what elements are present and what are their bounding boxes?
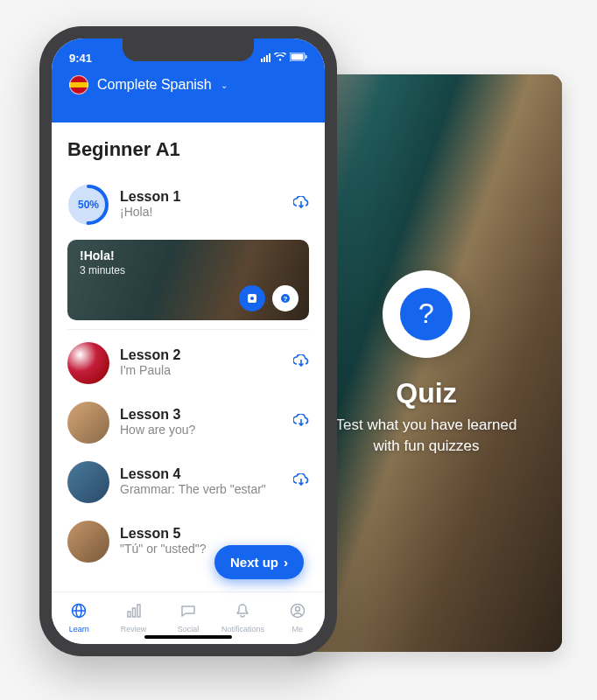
lesson-subtitle: I'm Paula — [120, 363, 283, 379]
lesson-avatar — [67, 461, 109, 503]
chat-icon — [180, 603, 196, 623]
flashcard-icon[interactable] — [239, 285, 265, 312]
svg-rect-13 — [128, 612, 130, 617]
battery-icon — [290, 52, 307, 64]
lesson-subtitle: Grammar: The verb "estar" — [120, 482, 283, 498]
lesson-title: Lesson 1 — [120, 189, 283, 205]
next-up-button[interactable]: Next up › — [214, 545, 304, 579]
nav-me[interactable]: Me — [270, 592, 325, 644]
globe-icon — [71, 603, 87, 623]
download-icon[interactable] — [293, 414, 309, 431]
chevron-right-icon: › — [284, 555, 288, 570]
help-icon[interactable]: ? — [272, 285, 298, 312]
svg-rect-2 — [306, 55, 307, 59]
download-icon[interactable] — [293, 473, 309, 491]
phone-frame: 9:41 Complete Spanish ⌄ Beginner A1 — [39, 26, 337, 656]
nav-label: Social — [178, 625, 200, 634]
home-indicator — [144, 635, 232, 639]
lesson-avatar — [67, 521, 109, 563]
nav-label: Learn — [69, 625, 89, 634]
lesson-list: Beginner A1 50% Lesson 1 ¡Hola! — [52, 122, 325, 595]
question-mark-icon: ? — [400, 288, 453, 340]
user-icon — [290, 603, 306, 623]
lesson-title: Lesson 2 — [120, 347, 283, 363]
quiz-subtitle: Test what you have learned with fun quiz… — [336, 415, 517, 457]
lesson-row[interactable]: 50% Lesson 1 ¡Hola! — [67, 175, 309, 234]
phone-notch — [123, 38, 254, 61]
lesson-avatar — [67, 402, 109, 444]
fab-label: Next up — [230, 555, 278, 570]
lesson-subtitle: How are you? — [120, 423, 283, 438]
status-time: 9:41 — [69, 52, 92, 65]
svg-rect-14 — [132, 608, 135, 617]
lesson-subtitle: ¡Hola! — [120, 205, 283, 220]
course-selector[interactable]: Complete Spanish ⌄ — [52, 68, 325, 102]
quiz-icon-circle[interactable]: ? — [383, 270, 470, 358]
divider — [67, 329, 309, 330]
expanded-duration: 3 minutes — [80, 264, 125, 276]
chevron-down-icon: ⌄ — [221, 80, 228, 90]
signal-icon — [261, 53, 270, 62]
lesson-title: Lesson 4 — [120, 466, 283, 482]
spain-flag-icon — [69, 75, 88, 94]
download-icon[interactable] — [293, 196, 309, 214]
lesson-expanded-card[interactable]: !Hola! 3 minutes ? — [67, 240, 309, 320]
wifi-icon — [274, 52, 286, 64]
nav-label: Me — [292, 625, 304, 634]
nav-label: Review — [121, 625, 147, 634]
bell-icon — [235, 603, 250, 623]
lesson-title: Lesson 5 — [120, 526, 309, 542]
svg-rect-1 — [291, 54, 304, 60]
expanded-title: !Hola! — [80, 248, 125, 262]
lesson-row[interactable]: Lesson 2 I'm Paula — [67, 333, 309, 393]
nav-label: Notifications — [221, 625, 264, 634]
lesson-row[interactable]: Lesson 4 Grammar: The verb "estar" — [67, 452, 309, 512]
lesson-title: Lesson 3 — [120, 407, 283, 423]
lesson-row[interactable]: Lesson 3 How are you? — [67, 393, 309, 452]
progress-percent: 50% — [67, 184, 109, 226]
course-name: Complete Spanish — [97, 77, 212, 93]
nav-learn[interactable]: Learn — [52, 592, 106, 644]
svg-point-7 — [250, 297, 254, 300]
chart-icon — [126, 603, 142, 623]
phone-screen: 9:41 Complete Spanish ⌄ Beginner A1 — [52, 38, 325, 644]
level-title: Beginner A1 — [67, 138, 309, 161]
lesson-avatar — [67, 342, 109, 384]
svg-rect-15 — [137, 605, 140, 617]
progress-ring: 50% — [67, 184, 109, 226]
svg-text:?: ? — [284, 295, 288, 303]
quiz-title: Quiz — [396, 377, 456, 410]
download-icon[interactable] — [293, 354, 309, 372]
svg-point-17 — [295, 607, 299, 612]
